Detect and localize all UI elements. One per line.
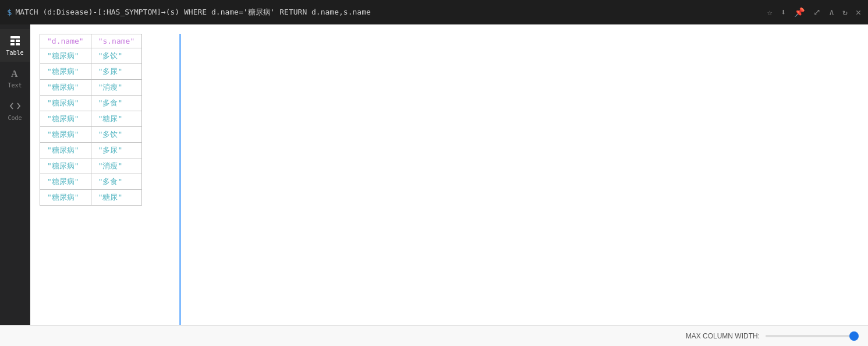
table-cell-7-1: "消瘦": [91, 158, 142, 174]
dollar-sign: $: [7, 8, 12, 17]
table-row: "糖尿病""糖尿": [40, 190, 142, 206]
slider-fill: [766, 335, 841, 337]
table-row: "糖尿病""多饮": [40, 48, 142, 64]
main-content: "d.name" "s.name" "糖尿病""多饮""糖尿病""多尿""糖尿病…: [30, 24, 868, 346]
table-cell-2-0: "糖尿病": [40, 80, 91, 96]
table-cell-8-0: "糖尿病": [40, 174, 91, 190]
svg-text:A: A: [11, 69, 18, 79]
code-icon: [9, 100, 21, 112]
star-icon[interactable]: ☆: [767, 7, 773, 17]
table-cell-7-0: "糖尿病": [40, 158, 91, 174]
table-label: Table: [6, 50, 23, 56]
table-row: "糖尿病""多食": [40, 96, 142, 111]
table-cell-5-1: "多饮": [91, 127, 142, 143]
toolbar: $ MATCH (d:Disease)-[:HAS_SYMPTOM]→(s) W…: [0, 0, 868, 24]
sidebar-item-text[interactable]: A Text: [0, 62, 30, 94]
table-icon: [9, 35, 21, 47]
query-text: MATCH (d:Disease)-[:HAS_SYMPTOM]→(s) WHE…: [15, 7, 767, 17]
text-label: Text: [8, 82, 22, 89]
col-header-sname: "s.name": [91, 34, 142, 48]
table-cell-3-1: "多食": [91, 96, 142, 111]
svg-rect-4: [16, 43, 20, 45]
expand-icon[interactable]: ⤢: [813, 7, 821, 17]
table-cell-1-0: "糖尿病": [40, 64, 91, 80]
chevron-up-icon[interactable]: ∧: [829, 7, 834, 17]
table-cell-6-0: "糖尿病": [40, 143, 91, 158]
table-cell-9-0: "糖尿病": [40, 190, 91, 206]
table-row: "糖尿病""多饮": [40, 127, 142, 143]
result-table: "d.name" "s.name" "糖尿病""多饮""糖尿病""多尿""糖尿病…: [40, 34, 142, 206]
sidebar: Table A Text Code: [0, 24, 30, 346]
table-container: "d.name" "s.name" "糖尿病""多饮""糖尿病""多尿""糖尿病…: [30, 24, 868, 215]
pin-icon[interactable]: 📌: [794, 7, 805, 17]
toolbar-icons: ☆ ⬇ 📌 ⤢ ∧ ↻ ✕: [767, 7, 861, 17]
table-cell-9-1: "糖尿": [91, 190, 142, 206]
table-cell-6-1: "多尿": [91, 143, 142, 158]
table-row: "糖尿病""多尿": [40, 143, 142, 158]
table-row: "糖尿病""消瘦": [40, 158, 142, 174]
table-cell-1-1: "多尿": [91, 64, 142, 80]
table-row: "糖尿病""消瘦": [40, 80, 142, 96]
svg-rect-0: [10, 36, 20, 38]
column-width-slider[interactable]: [766, 335, 859, 337]
download-icon[interactable]: ⬇: [781, 7, 786, 17]
refresh-icon[interactable]: ↻: [842, 7, 848, 17]
table-row: "糖尿病""多尿": [40, 64, 142, 80]
svg-rect-2: [16, 40, 20, 42]
svg-rect-3: [10, 43, 15, 45]
table-cell-4-0: "糖尿病": [40, 111, 91, 127]
max-column-width-label: MAX COLUMN WIDTH:: [686, 332, 760, 340]
table-cell-0-0: "糖尿病": [40, 48, 91, 64]
slider-thumb[interactable]: [849, 331, 859, 341]
blue-vertical-line: [179, 34, 181, 325]
code-label: Code: [8, 115, 22, 121]
table-row: "糖尿病""多食": [40, 174, 142, 190]
table-cell-4-1: "糖尿": [91, 111, 142, 127]
sidebar-item-table[interactable]: Table: [0, 29, 30, 62]
table-cell-5-0: "糖尿病": [40, 127, 91, 143]
close-icon[interactable]: ✕: [856, 7, 861, 17]
table-cell-0-1: "多饮": [91, 48, 142, 64]
bottom-bar: MAX COLUMN WIDTH:: [0, 325, 868, 346]
table-cell-3-0: "糖尿病": [40, 96, 91, 111]
table-cell-8-1: "多食": [91, 174, 142, 190]
text-icon: A: [9, 68, 21, 79]
table-row: "糖尿病""糖尿": [40, 111, 142, 127]
table-cell-2-1: "消瘦": [91, 80, 142, 96]
table-header-row: "d.name" "s.name": [40, 34, 142, 48]
sidebar-item-code[interactable]: Code: [0, 94, 30, 127]
svg-rect-1: [10, 40, 15, 42]
col-header-dname: "d.name": [40, 34, 91, 48]
